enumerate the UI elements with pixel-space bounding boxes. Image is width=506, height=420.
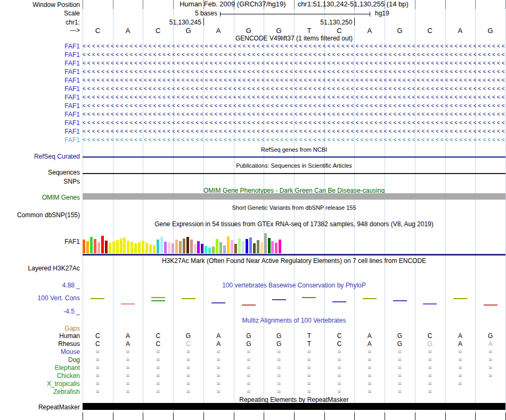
transcript-intron-arrows[interactable]: <<<<<<<<<<<<<<<<<<<<<<<<<<<<<<<<<<<<<<<<… — [83, 51, 505, 58]
base-letter: G — [234, 27, 264, 35]
expression-bar[interactable] — [223, 245, 226, 253]
transcript-intron-arrows[interactable]: <<<<<<<<<<<<<<<<<<<<<<<<<<<<<<<<<<<<<<<<… — [83, 68, 505, 75]
expression-bar[interactable] — [120, 238, 123, 253]
expression-bar[interactable] — [205, 246, 207, 253]
expression-bar[interactable] — [268, 238, 271, 253]
alignment-base: G — [234, 340, 264, 348]
ruler-tick-bottom-icon — [143, 413, 143, 420]
expression-bar[interactable] — [246, 239, 248, 253]
transcript-label[interactable]: FAF1 — [0, 43, 80, 50]
conservation-mark — [453, 298, 467, 299]
transcript-label[interactable]: FAF1 — [0, 51, 80, 59]
species-label[interactable]: X_tropicalis — [0, 380, 80, 388]
expression-bar[interactable] — [208, 248, 211, 253]
expression-bar[interactable] — [183, 238, 185, 253]
species-label[interactable]: Rhesus — [0, 340, 80, 348]
alignment-gap-symbol: = — [324, 364, 355, 372]
expression-bar[interactable] — [275, 243, 278, 253]
base-letter: C — [324, 27, 355, 35]
expression-bar[interactable] — [172, 243, 174, 253]
species-label[interactable]: Human — [0, 332, 80, 340]
expression-bar[interactable] — [134, 243, 137, 253]
expression-bar[interactable] — [168, 242, 170, 253]
expression-bar[interactable] — [257, 240, 259, 253]
expression-bar[interactable] — [201, 244, 203, 253]
transcript-intron-arrows[interactable]: <<<<<<<<<<<<<<<<<<<<<<<<<<<<<<<<<<<<<<<<… — [83, 85, 505, 92]
expression-bar[interactable] — [149, 244, 152, 253]
expression-bar[interactable] — [160, 237, 163, 253]
transcript-label[interactable]: FAF1 — [0, 102, 80, 110]
expression-bar[interactable] — [231, 240, 233, 253]
expression-bar[interactable] — [212, 246, 215, 253]
expression-bar[interactable] — [271, 241, 274, 253]
transcript-label[interactable]: FAF1 — [0, 77, 80, 84]
expression-bar[interactable] — [86, 241, 89, 253]
expression-bar[interactable] — [101, 236, 104, 253]
transcript-label[interactable]: FAF1 — [0, 85, 80, 93]
species-label[interactable]: Mouse — [0, 348, 80, 356]
expression-bar[interactable] — [83, 240, 85, 253]
expression-bar[interactable] — [242, 241, 244, 253]
expression-bar[interactable] — [249, 237, 252, 253]
expression-bar[interactable] — [194, 244, 197, 253]
transcript-intron-arrows[interactable]: <<<<<<<<<<<<<<<<<<<<<<<<<<<<<<<<<<<<<<<<… — [83, 136, 505, 143]
transcript-intron-arrows[interactable]: <<<<<<<<<<<<<<<<<<<<<<<<<<<<<<<<<<<<<<<<… — [83, 119, 505, 126]
species-label[interactable]: Chicken — [0, 372, 80, 380]
species-label[interactable]: Zebrafish — [0, 388, 80, 396]
expression-bar[interactable] — [123, 237, 126, 253]
expression-bar[interactable] — [145, 243, 148, 253]
expression-bar[interactable] — [186, 237, 189, 253]
transcript-intron-arrows[interactable]: <<<<<<<<<<<<<<<<<<<<<<<<<<<<<<<<<<<<<<<<… — [83, 77, 505, 84]
transcript-label[interactable]: FAF1 — [0, 136, 80, 144]
species-label[interactable]: Dog — [0, 356, 80, 364]
transcript-label[interactable]: FAF1 — [0, 111, 80, 118]
transcript-label[interactable]: FAF1 — [0, 94, 80, 101]
expression-bar[interactable] — [142, 241, 144, 253]
alignment-gap-symbol: = — [354, 388, 385, 396]
expression-bar[interactable] — [197, 241, 200, 253]
expression-bar[interactable] — [105, 241, 108, 253]
expression-bar[interactable] — [253, 243, 256, 253]
transcript-label[interactable]: FAF1 — [0, 68, 80, 76]
expression-bar[interactable] — [138, 242, 141, 253]
transcript-intron-arrows[interactable]: <<<<<<<<<<<<<<<<<<<<<<<<<<<<<<<<<<<<<<<<… — [83, 128, 505, 135]
transcript-intron-arrows[interactable]: <<<<<<<<<<<<<<<<<<<<<<<<<<<<<<<<<<<<<<<<… — [83, 94, 505, 101]
transcript-intron-arrows[interactable]: <<<<<<<<<<<<<<<<<<<<<<<<<<<<<<<<<<<<<<<<… — [83, 111, 505, 118]
expression-bar[interactable] — [164, 242, 167, 253]
transcript-intron-arrows[interactable]: <<<<<<<<<<<<<<<<<<<<<<<<<<<<<<<<<<<<<<<<… — [83, 43, 505, 50]
expression-bar[interactable] — [260, 242, 263, 253]
expression-bar[interactable] — [112, 241, 115, 253]
expression-bar[interactable] — [130, 242, 133, 253]
expression-bar[interactable] — [116, 240, 119, 253]
expression-bar[interactable] — [190, 240, 193, 253]
expression-bar[interactable] — [153, 245, 156, 253]
base-letter: G — [264, 27, 294, 35]
transcript-label[interactable]: FAF1 — [0, 119, 80, 127]
expression-bar[interactable] — [90, 237, 93, 253]
expression-bar[interactable] — [238, 238, 241, 253]
alignment-gap-symbol: = — [294, 364, 324, 372]
transcript-intron-arrows[interactable]: <<<<<<<<<<<<<<<<<<<<<<<<<<<<<<<<<<<<<<<<… — [83, 60, 505, 67]
expression-bar[interactable] — [227, 236, 230, 253]
alignment-base: G — [234, 332, 264, 340]
alignment-gap-symbol: = — [385, 380, 415, 388]
expression-bar[interactable] — [219, 242, 222, 253]
base-letter: A — [203, 27, 234, 35]
expression-bar[interactable] — [175, 240, 178, 253]
species-label[interactable]: Elephant — [0, 364, 80, 372]
expression-bar[interactable] — [157, 240, 159, 253]
alignment-base: T — [294, 340, 324, 348]
expression-bar[interactable] — [94, 239, 96, 253]
expression-bar[interactable] — [109, 243, 111, 253]
expression-bar[interactable] — [264, 233, 267, 253]
expression-bar[interactable] — [234, 244, 237, 253]
expression-bar[interactable] — [127, 241, 129, 253]
expression-bar[interactable] — [179, 241, 182, 253]
transcript-label[interactable]: FAF1 — [0, 128, 80, 135]
transcript-intron-arrows[interactable]: <<<<<<<<<<<<<<<<<<<<<<<<<<<<<<<<<<<<<<<<… — [83, 102, 505, 109]
expression-bar[interactable] — [97, 242, 100, 253]
expression-bar[interactable] — [216, 239, 218, 253]
transcript-label[interactable]: FAF1 — [0, 60, 80, 67]
expression-bar[interactable] — [279, 240, 281, 253]
generated-layer: 51,130,24551,130,250CACGAGGTCAGCAGFAF1<<… — [0, 0, 506, 420]
